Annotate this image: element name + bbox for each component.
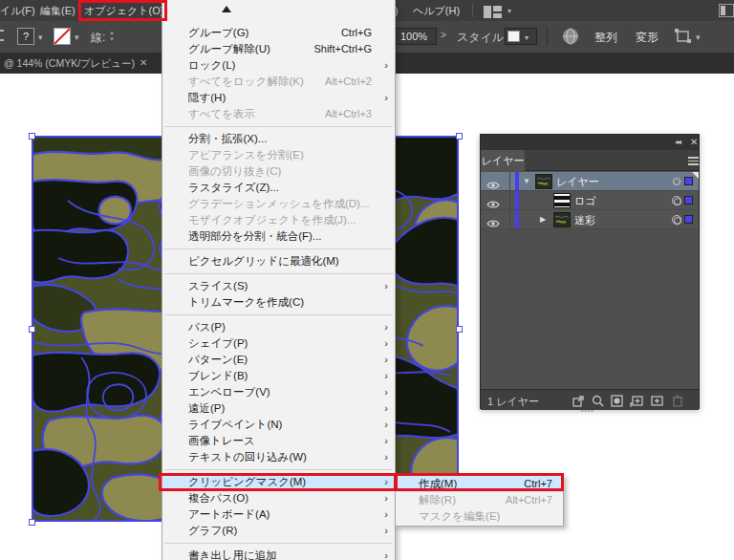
expand-arrow-icon[interactable]: ▶: [540, 215, 546, 224]
layer-row[interactable]: ▼レイヤー: [481, 172, 699, 191]
menu-item[interactable]: グループ解除(U)Shift+Ctrl+G: [162, 41, 395, 57]
opacity-expand-button[interactable]: >: [441, 30, 446, 40]
layer-thumbnail[interactable]: [553, 193, 571, 208]
menu-item-label: ライブペイント(N): [188, 419, 282, 430]
menu-item[interactable]: グループ(G)Ctrl+G: [162, 25, 395, 41]
workspace-chevron-icon[interactable]: ▾: [507, 7, 511, 15]
menu-item[interactable]: アートボード(A)›: [162, 506, 395, 523]
menu-item[interactable]: グラフ(R)›: [162, 523, 395, 539]
layer-name[interactable]: ロゴ: [574, 194, 596, 208]
selection-color-square[interactable]: [684, 215, 693, 224]
selection-handle[interactable]: [29, 519, 35, 526]
artboard-chevron-icon[interactable]: ▾: [696, 33, 703, 41]
menu-scroll-up-icon[interactable]: [222, 6, 231, 12]
layer-thumbnail[interactable]: [553, 212, 571, 227]
annotation-red-box-clipping-mask: [159, 473, 397, 491]
stroke-weight-label: 線:: [91, 30, 105, 46]
style-dropdown[interactable]: ▾: [505, 28, 537, 45]
document-tab-title[interactable]: @ 144% (CMYK/プレビュー): [4, 57, 135, 71]
layers-tab[interactable]: レイヤー: [481, 150, 525, 171]
menu-item[interactable]: パス(P)›: [162, 319, 395, 335]
menu-item[interactable]: 書き出し用に追加›: [162, 548, 395, 560]
selection-handle[interactable]: [456, 326, 463, 333]
stroke-none-swatch[interactable]: [54, 28, 71, 45]
submenu-item[interactable]: マスクを編集(E): [396, 508, 563, 525]
menu-item[interactable]: ラスタライズ(Z)...: [162, 180, 395, 196]
submenu-arrow-icon: ›: [384, 368, 388, 384]
menu-item[interactable]: アピアランスを分割(E): [162, 147, 395, 163]
layer-name[interactable]: レイヤー: [556, 175, 599, 189]
selection-handle[interactable]: [29, 326, 35, 333]
collapse-panel-icon[interactable]: ◂◂: [675, 138, 680, 146]
menubar-item[interactable]: ヘルプ(H): [413, 0, 460, 21]
menu-item[interactable]: 分割・拡張(X)...: [162, 131, 395, 147]
visibility-eye-icon[interactable]: [486, 215, 500, 232]
menu-item[interactable]: すべてをロック解除(K)Alt+Ctrl+2: [162, 74, 395, 90]
delete-layer-icon[interactable]: [672, 394, 683, 411]
stroke-weight-stepper[interactable]: ▲▼: [109, 30, 115, 43]
layer-row[interactable]: ロゴ: [481, 191, 699, 210]
menu-item[interactable]: すべてを表示Alt+Ctrl+3: [162, 106, 395, 122]
menu-item-label: 分割・拡張(X)...: [188, 133, 267, 144]
menu-separator: [162, 245, 395, 253]
menu-item[interactable]: シェイプ(P)›: [162, 335, 395, 352]
selection-handle[interactable]: [29, 133, 35, 140]
stroke-chevron-icon[interactable]: ▾: [75, 33, 82, 41]
menu-item[interactable]: ロック(L)›: [162, 57, 395, 74]
make-clipping-mask-icon[interactable]: [611, 394, 623, 411]
artboard-tool-icon[interactable]: [675, 29, 692, 48]
menu-item[interactable]: 画像の切り抜き(C): [162, 163, 395, 180]
layers-panel: ◂◂ ✕ レイヤー ▼レイヤーロゴ▶迷彩 1 レイヤー: [480, 134, 700, 409]
target-indicator[interactable]: [672, 196, 681, 205]
target-indicator[interactable]: [673, 178, 680, 185]
divider: [472, 4, 473, 17]
new-layer-icon[interactable]: [651, 394, 663, 411]
layers-panel-titlebar[interactable]: ◂◂ ✕: [481, 135, 699, 150]
panel-resize-grip[interactable]: ••••: [581, 409, 598, 414]
menu-item[interactable]: スライス(S)›: [162, 278, 395, 294]
new-sublayer-icon[interactable]: [630, 394, 643, 411]
menubar-item[interactable]: イル(F): [0, 0, 35, 21]
fill-color-swatch[interactable]: ?: [17, 28, 34, 45]
align-button[interactable]: 整列: [594, 30, 617, 46]
menu-item[interactable]: エンベロープ(V)›: [162, 384, 395, 400]
menubar-item[interactable]: 編集(E): [40, 0, 76, 21]
layer-thumbnail[interactable]: [535, 174, 552, 189]
menu-item[interactable]: グラデーションメッシュを作成(D)...: [162, 196, 395, 212]
menu-item-label: 書き出し用に追加: [188, 549, 277, 560]
menu-item[interactable]: 画像トレース›: [162, 433, 395, 449]
selection-handle[interactable]: [456, 133, 463, 140]
fill-chevron-icon[interactable]: ▾: [38, 33, 46, 41]
opacity-input[interactable]: 100%: [395, 28, 437, 45]
menu-item[interactable]: ブレンド(B)›: [162, 368, 395, 384]
layer-name[interactable]: 迷彩: [574, 213, 595, 227]
tab-close-icon[interactable]: ✕: [140, 57, 147, 68]
menu-item[interactable]: 隠す(H)›: [162, 90, 395, 106]
menu-item[interactable]: トリムマークを作成(C): [162, 294, 395, 311]
transform-button[interactable]: 変形: [636, 30, 658, 46]
submenu-arrow-icon: ›: [384, 433, 388, 449]
layer-row[interactable]: ▶迷彩: [481, 210, 699, 229]
menu-item-label: パターン(E): [188, 354, 248, 365]
submenu-item[interactable]: 解除(R)Alt+Ctrl+7: [396, 492, 563, 508]
submenu-arrow-icon: ›: [384, 523, 388, 539]
panel-menu-icon[interactable]: [688, 157, 699, 167]
menu-item[interactable]: 遠近(P)›: [162, 400, 395, 417]
menu-item[interactable]: ライブペイント(N)›: [162, 417, 395, 433]
document-setup-icon[interactable]: [562, 28, 579, 49]
menu-item-label: ロック(L): [188, 59, 235, 71]
expand-arrow-icon[interactable]: ▼: [523, 177, 530, 185]
dock-panel-icon[interactable]: [719, 4, 734, 21]
menu-item[interactable]: 複合パス(O)›: [162, 490, 395, 506]
workspace-switcher-icon[interactable]: [484, 5, 502, 22]
menu-item[interactable]: 透明部分を分割・統合(F)...: [162, 228, 395, 245]
target-indicator[interactable]: [672, 215, 681, 225]
menu-item[interactable]: テキストの回り込み(W)›: [162, 449, 395, 465]
selection-color-square[interactable]: [684, 196, 693, 205]
close-panel-icon[interactable]: ✕: [690, 137, 698, 147]
menu-item-label: 複合パス(O): [188, 492, 248, 504]
submenu-arrow-icon: ›: [384, 417, 388, 433]
menu-item[interactable]: パターン(E)›: [162, 352, 395, 368]
menu-item[interactable]: ピクセルグリッドに最適化(M): [162, 253, 395, 269]
menu-item[interactable]: モザイクオブジェクトを作成(J)...: [162, 212, 395, 228]
